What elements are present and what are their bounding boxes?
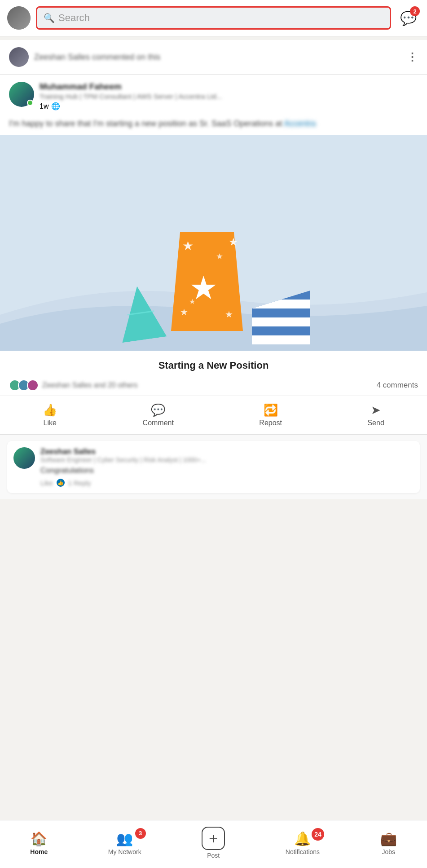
svg-rect-14 xyxy=(252,335,310,344)
post-header: Muhammad Faheem Training Hub | TPM Consu… xyxy=(0,75,427,114)
svg-text:★: ★ xyxy=(225,309,233,319)
search-icon: 🔍 xyxy=(44,13,55,23)
jobs-label: Jobs xyxy=(382,848,395,855)
post-meta: Muhammad Faheem Training Hub | TPM Consu… xyxy=(40,82,418,110)
online-indicator xyxy=(27,100,33,106)
svg-rect-13 xyxy=(252,317,310,326)
svg-text:★: ★ xyxy=(189,298,195,305)
my-network-label: My Network xyxy=(108,848,141,855)
blue-striped-shape xyxy=(252,291,310,346)
reactions-left: Zeeshan Salles and 20 others xyxy=(9,379,138,391)
notifications-label: Notifications xyxy=(286,848,320,855)
feed: Zeeshan Salles commented on this ⋮ Muham… xyxy=(0,40,427,499)
my-network-badge: 3 xyxy=(135,828,146,839)
nav-item-post[interactable]: ＋ Post xyxy=(202,827,225,859)
globe-icon: 🌐 xyxy=(51,102,60,110)
notifications-icon: 🔔 xyxy=(294,831,311,846)
post-time-text: 1w xyxy=(40,102,48,110)
comment-like-text[interactable]: Like xyxy=(40,479,53,487)
comment-section: Zeeshan Salles Software Engineer | Cyber… xyxy=(0,435,427,499)
notification-bar[interactable]: Zeeshan Salles commented on this ⋮ xyxy=(0,40,427,75)
post-title: Starting a New Position xyxy=(0,351,427,375)
search-placeholder: Search xyxy=(58,12,383,24)
post-label: Post xyxy=(207,852,220,859)
nav-item-jobs[interactable]: 💼 Jobs xyxy=(380,831,397,855)
notifications-badge: 24 xyxy=(312,828,324,841)
svg-rect-12 xyxy=(252,300,310,308)
comment-reply-text[interactable]: 1 Reply xyxy=(68,479,91,487)
bottom-nav: 🏠 Home 👥 3 My Network ＋ Post 🔔 24 Notifi… xyxy=(0,820,427,868)
reaction-avatars xyxy=(9,379,36,391)
comment-body: Zeeshan Salles Software Engineer | Cyber… xyxy=(40,447,414,487)
reaction-names-text: Zeeshan Salles and 20 others xyxy=(42,381,138,389)
svg-text:★: ★ xyxy=(182,239,194,253)
nav-item-home[interactable]: 🏠 Home xyxy=(30,831,48,855)
post-icon: ＋ xyxy=(202,827,225,850)
celebration-illustrations: ★ ★ ★ ★ ★ ★ ★ xyxy=(117,232,310,333)
nav-spacer xyxy=(0,499,427,544)
svg-text:★: ★ xyxy=(216,252,223,261)
search-box[interactable]: 🔍 Search xyxy=(36,6,391,30)
comment-button[interactable]: 💬 Comment xyxy=(134,399,183,432)
comment-author: Zeeshan Salles xyxy=(40,447,414,456)
post-celebration-image: ★ ★ ★ ★ ★ ★ ★ xyxy=(0,135,427,351)
user-avatar[interactable] xyxy=(7,6,31,30)
comment-avatar xyxy=(13,447,35,469)
home-label: Home xyxy=(30,848,48,855)
like-label: Like xyxy=(44,419,57,427)
notif-more-icon[interactable]: ⋮ xyxy=(407,51,418,63)
repost-button[interactable]: 🔁 Repost xyxy=(250,399,291,432)
post-body: I'm happy to share that I'm starting a n… xyxy=(0,114,427,135)
post-card: Muhammad Faheem Training Hub | TPM Consu… xyxy=(0,75,427,499)
comment-text: Congratulations xyxy=(40,466,414,475)
post-body-text: I'm happy to share that I'm starting a n… xyxy=(9,119,282,128)
send-icon: ➤ xyxy=(371,403,381,417)
comment-item: Zeeshan Salles Software Engineer | Cyber… xyxy=(7,441,420,493)
comments-count[interactable]: 4 comments xyxy=(376,381,418,390)
nav-item-my-network[interactable]: 👥 3 My Network xyxy=(108,831,141,855)
post-time: 1w 🌐 xyxy=(40,102,418,110)
post-avatar-wrap xyxy=(9,82,34,107)
messaging-button[interactable]: 💬 2 xyxy=(396,6,420,30)
header: 🔍 Search 💬 2 xyxy=(0,0,427,36)
reactions-row: Zeeshan Salles and 20 others 4 comments xyxy=(0,375,427,396)
post-author-name: Muhammad Faheem xyxy=(40,82,418,92)
reaction-avatar-3 xyxy=(27,379,39,391)
like-button[interactable]: 👍 Like xyxy=(34,399,66,432)
comment-label: Comment xyxy=(143,419,174,427)
jobs-icon: 💼 xyxy=(380,831,397,846)
send-label: Send xyxy=(367,419,384,427)
action-row: 👍 Like 💬 Comment 🔁 Repost ➤ Send xyxy=(0,396,427,435)
post-body-link[interactable]: Accentra xyxy=(284,119,316,128)
like-icon: 👍 xyxy=(43,403,57,417)
home-icon: 🏠 xyxy=(31,831,47,846)
notif-avatar xyxy=(9,47,29,67)
svg-text:★: ★ xyxy=(180,307,188,317)
messaging-badge: 2 xyxy=(410,6,420,16)
comment-like-dot: 👍 xyxy=(57,479,65,487)
comment-icon: 💬 xyxy=(151,403,165,417)
teal-shape xyxy=(114,283,167,344)
my-network-icon: 👥 xyxy=(116,831,133,846)
post-author-subtitle: Training Hub | TPM Consultant | AWS Serv… xyxy=(40,93,418,100)
repost-icon: 🔁 xyxy=(264,403,278,417)
repost-label: Repost xyxy=(259,419,282,427)
orange-trophy: ★ ★ ★ ★ ★ ★ ★ xyxy=(171,232,243,333)
comment-reactions-row: Like 👍 1 Reply xyxy=(40,479,414,487)
send-button[interactable]: ➤ Send xyxy=(358,399,393,432)
svg-text:★: ★ xyxy=(229,236,238,248)
comment-meta: Software Engineer | Cyber Security | Ris… xyxy=(40,456,414,463)
notif-text: Zeeshan Salles commented on this xyxy=(34,53,401,62)
nav-item-notifications[interactable]: 🔔 24 Notifications xyxy=(286,831,320,855)
